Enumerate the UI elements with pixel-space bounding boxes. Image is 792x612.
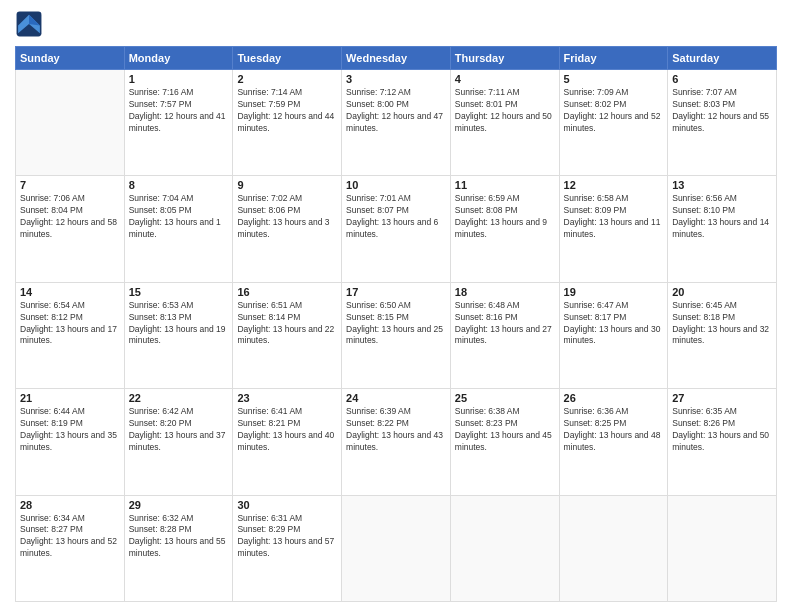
day-number: 11	[455, 179, 555, 191]
day-info: Sunrise: 6:51 AM Sunset: 8:14 PM Dayligh…	[237, 300, 337, 348]
day-info: Sunrise: 7:01 AM Sunset: 8:07 PM Dayligh…	[346, 193, 446, 241]
page: SundayMondayTuesdayWednesdayThursdayFrid…	[0, 0, 792, 612]
day-info: Sunrise: 6:45 AM Sunset: 8:18 PM Dayligh…	[672, 300, 772, 348]
day-info: Sunrise: 7:06 AM Sunset: 8:04 PM Dayligh…	[20, 193, 120, 241]
day-number: 25	[455, 392, 555, 404]
logo	[15, 10, 45, 38]
day-info: Sunrise: 7:09 AM Sunset: 8:02 PM Dayligh…	[564, 87, 664, 135]
day-info: Sunrise: 6:44 AM Sunset: 8:19 PM Dayligh…	[20, 406, 120, 454]
day-number: 14	[20, 286, 120, 298]
day-info: Sunrise: 6:47 AM Sunset: 8:17 PM Dayligh…	[564, 300, 664, 348]
week-row-5: 28Sunrise: 6:34 AM Sunset: 8:27 PM Dayli…	[16, 495, 777, 601]
day-cell: 19Sunrise: 6:47 AM Sunset: 8:17 PM Dayli…	[559, 282, 668, 388]
day-cell: 1Sunrise: 7:16 AM Sunset: 7:57 PM Daylig…	[124, 70, 233, 176]
day-number: 18	[455, 286, 555, 298]
column-header-sunday: Sunday	[16, 47, 125, 70]
day-number: 2	[237, 73, 337, 85]
day-cell: 9Sunrise: 7:02 AM Sunset: 8:06 PM Daylig…	[233, 176, 342, 282]
day-number: 1	[129, 73, 229, 85]
day-number: 5	[564, 73, 664, 85]
day-info: Sunrise: 6:36 AM Sunset: 8:25 PM Dayligh…	[564, 406, 664, 454]
day-info: Sunrise: 6:50 AM Sunset: 8:15 PM Dayligh…	[346, 300, 446, 348]
day-cell: 14Sunrise: 6:54 AM Sunset: 8:12 PM Dayli…	[16, 282, 125, 388]
day-cell: 28Sunrise: 6:34 AM Sunset: 8:27 PM Dayli…	[16, 495, 125, 601]
logo-icon	[15, 10, 43, 38]
day-info: Sunrise: 6:41 AM Sunset: 8:21 PM Dayligh…	[237, 406, 337, 454]
day-cell: 26Sunrise: 6:36 AM Sunset: 8:25 PM Dayli…	[559, 389, 668, 495]
day-number: 4	[455, 73, 555, 85]
day-info: Sunrise: 7:12 AM Sunset: 8:00 PM Dayligh…	[346, 87, 446, 135]
day-info: Sunrise: 6:56 AM Sunset: 8:10 PM Dayligh…	[672, 193, 772, 241]
day-info: Sunrise: 6:32 AM Sunset: 8:28 PM Dayligh…	[129, 513, 229, 561]
day-cell: 22Sunrise: 6:42 AM Sunset: 8:20 PM Dayli…	[124, 389, 233, 495]
day-info: Sunrise: 7:16 AM Sunset: 7:57 PM Dayligh…	[129, 87, 229, 135]
day-number: 24	[346, 392, 446, 404]
day-number: 6	[672, 73, 772, 85]
day-cell: 7Sunrise: 7:06 AM Sunset: 8:04 PM Daylig…	[16, 176, 125, 282]
day-number: 28	[20, 499, 120, 511]
day-cell: 3Sunrise: 7:12 AM Sunset: 8:00 PM Daylig…	[342, 70, 451, 176]
day-cell: 5Sunrise: 7:09 AM Sunset: 8:02 PM Daylig…	[559, 70, 668, 176]
day-cell	[342, 495, 451, 601]
day-cell: 30Sunrise: 6:31 AM Sunset: 8:29 PM Dayli…	[233, 495, 342, 601]
day-info: Sunrise: 7:04 AM Sunset: 8:05 PM Dayligh…	[129, 193, 229, 241]
day-number: 9	[237, 179, 337, 191]
day-info: Sunrise: 6:53 AM Sunset: 8:13 PM Dayligh…	[129, 300, 229, 348]
day-cell	[450, 495, 559, 601]
calendar-table: SundayMondayTuesdayWednesdayThursdayFrid…	[15, 46, 777, 602]
day-number: 13	[672, 179, 772, 191]
calendar-header-row: SundayMondayTuesdayWednesdayThursdayFrid…	[16, 47, 777, 70]
day-cell	[559, 495, 668, 601]
week-row-4: 21Sunrise: 6:44 AM Sunset: 8:19 PM Dayli…	[16, 389, 777, 495]
day-info: Sunrise: 6:38 AM Sunset: 8:23 PM Dayligh…	[455, 406, 555, 454]
day-cell	[668, 495, 777, 601]
day-cell: 16Sunrise: 6:51 AM Sunset: 8:14 PM Dayli…	[233, 282, 342, 388]
day-cell: 15Sunrise: 6:53 AM Sunset: 8:13 PM Dayli…	[124, 282, 233, 388]
day-number: 23	[237, 392, 337, 404]
day-info: Sunrise: 6:35 AM Sunset: 8:26 PM Dayligh…	[672, 406, 772, 454]
day-info: Sunrise: 7:07 AM Sunset: 8:03 PM Dayligh…	[672, 87, 772, 135]
day-number: 7	[20, 179, 120, 191]
day-number: 29	[129, 499, 229, 511]
day-cell: 27Sunrise: 6:35 AM Sunset: 8:26 PM Dayli…	[668, 389, 777, 495]
day-number: 3	[346, 73, 446, 85]
column-header-wednesday: Wednesday	[342, 47, 451, 70]
week-row-3: 14Sunrise: 6:54 AM Sunset: 8:12 PM Dayli…	[16, 282, 777, 388]
day-number: 22	[129, 392, 229, 404]
day-info: Sunrise: 7:02 AM Sunset: 8:06 PM Dayligh…	[237, 193, 337, 241]
day-cell: 10Sunrise: 7:01 AM Sunset: 8:07 PM Dayli…	[342, 176, 451, 282]
day-number: 8	[129, 179, 229, 191]
day-cell: 21Sunrise: 6:44 AM Sunset: 8:19 PM Dayli…	[16, 389, 125, 495]
day-cell: 6Sunrise: 7:07 AM Sunset: 8:03 PM Daylig…	[668, 70, 777, 176]
day-info: Sunrise: 6:39 AM Sunset: 8:22 PM Dayligh…	[346, 406, 446, 454]
day-cell: 23Sunrise: 6:41 AM Sunset: 8:21 PM Dayli…	[233, 389, 342, 495]
day-number: 26	[564, 392, 664, 404]
day-cell: 17Sunrise: 6:50 AM Sunset: 8:15 PM Dayli…	[342, 282, 451, 388]
day-number: 27	[672, 392, 772, 404]
day-number: 16	[237, 286, 337, 298]
day-number: 10	[346, 179, 446, 191]
day-cell	[16, 70, 125, 176]
day-info: Sunrise: 6:48 AM Sunset: 8:16 PM Dayligh…	[455, 300, 555, 348]
day-cell: 18Sunrise: 6:48 AM Sunset: 8:16 PM Dayli…	[450, 282, 559, 388]
day-cell: 13Sunrise: 6:56 AM Sunset: 8:10 PM Dayli…	[668, 176, 777, 282]
day-info: Sunrise: 6:31 AM Sunset: 8:29 PM Dayligh…	[237, 513, 337, 561]
day-cell: 12Sunrise: 6:58 AM Sunset: 8:09 PM Dayli…	[559, 176, 668, 282]
day-info: Sunrise: 6:42 AM Sunset: 8:20 PM Dayligh…	[129, 406, 229, 454]
day-cell: 29Sunrise: 6:32 AM Sunset: 8:28 PM Dayli…	[124, 495, 233, 601]
day-number: 19	[564, 286, 664, 298]
week-row-2: 7Sunrise: 7:06 AM Sunset: 8:04 PM Daylig…	[16, 176, 777, 282]
day-info: Sunrise: 6:34 AM Sunset: 8:27 PM Dayligh…	[20, 513, 120, 561]
day-number: 17	[346, 286, 446, 298]
day-number: 15	[129, 286, 229, 298]
header	[15, 10, 777, 38]
day-cell: 20Sunrise: 6:45 AM Sunset: 8:18 PM Dayli…	[668, 282, 777, 388]
day-info: Sunrise: 7:14 AM Sunset: 7:59 PM Dayligh…	[237, 87, 337, 135]
day-cell: 24Sunrise: 6:39 AM Sunset: 8:22 PM Dayli…	[342, 389, 451, 495]
column-header-saturday: Saturday	[668, 47, 777, 70]
day-cell: 11Sunrise: 6:59 AM Sunset: 8:08 PM Dayli…	[450, 176, 559, 282]
day-cell: 2Sunrise: 7:14 AM Sunset: 7:59 PM Daylig…	[233, 70, 342, 176]
day-info: Sunrise: 6:58 AM Sunset: 8:09 PM Dayligh…	[564, 193, 664, 241]
day-number: 21	[20, 392, 120, 404]
day-info: Sunrise: 6:54 AM Sunset: 8:12 PM Dayligh…	[20, 300, 120, 348]
